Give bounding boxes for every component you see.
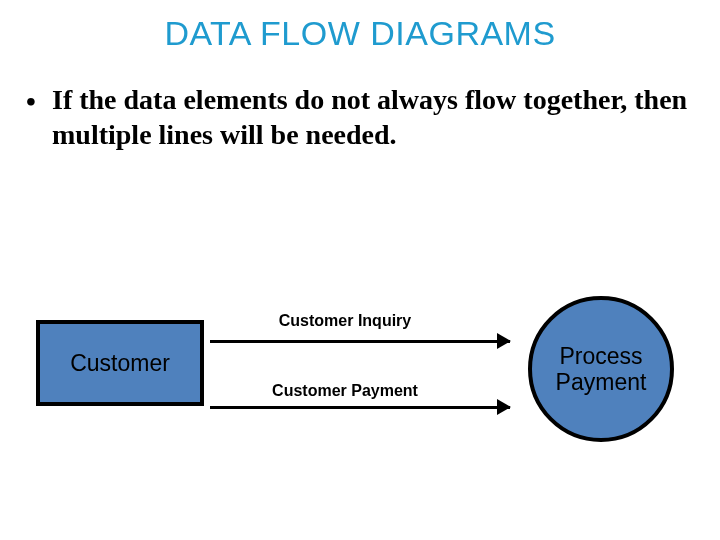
arrow-inquiry	[210, 340, 510, 343]
bullet-item: • If the data elements do not always flo…	[26, 82, 694, 152]
slide-title: DATA FLOW DIAGRAMS	[0, 14, 720, 53]
entity-customer: Customer	[36, 320, 204, 406]
flow-label-payment: Customer Payment	[245, 382, 445, 400]
bullet-dot-icon: •	[26, 84, 36, 119]
arrow-payment	[210, 406, 510, 409]
bullet-text: If the data elements do not always flow …	[26, 82, 694, 152]
process-label: Process Payment	[556, 343, 647, 396]
entity-label: Customer	[70, 350, 170, 377]
flow-label-inquiry: Customer Inquiry	[245, 312, 445, 330]
process-payment: Process Payment	[528, 296, 674, 442]
